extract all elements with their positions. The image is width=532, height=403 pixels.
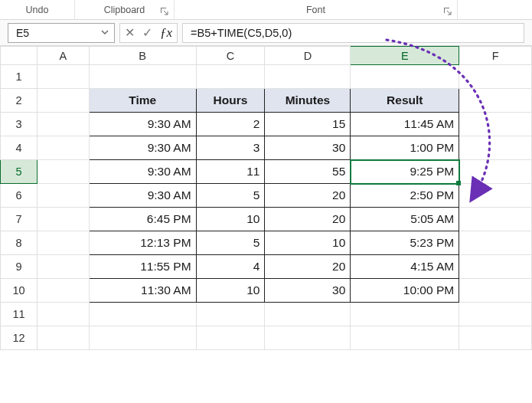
cell[interactable] [459,208,532,231]
ribbon-group-font[interactable]: Font [175,0,458,19]
col-header[interactable]: B [89,47,196,65]
cell[interactable] [265,303,351,326]
cell-result[interactable]: 4:15 AM [351,255,459,279]
cell[interactable] [459,279,532,303]
cell[interactable] [37,255,89,279]
cell-result[interactable]: 2:50 PM [351,184,459,208]
cell-hours[interactable]: 2 [196,113,265,136]
cell-hours[interactable]: 5 [196,184,265,208]
cell[interactable] [459,303,532,326]
cell-result[interactable]: 11:45 AM [351,113,459,136]
cell-time[interactable]: 9:30 AM [89,136,196,160]
fx-icon[interactable]: ƒx [160,26,172,39]
cell-minutes[interactable]: 10 [265,231,351,255]
cell-result[interactable]: 5:05 AM [351,208,459,231]
cell[interactable] [459,65,532,89]
cell-time[interactable]: 12:13 PM [89,231,196,255]
cell-result[interactable]: 10:00 PM [351,279,459,303]
row-header[interactable]: 10 [1,279,38,303]
cell[interactable] [89,326,196,350]
dialog-launcher-icon[interactable] [443,7,452,16]
cell-hours[interactable]: 3 [196,136,265,160]
cell-time[interactable]: 9:30 AM [89,184,196,208]
cell-hours[interactable]: 5 [196,231,265,255]
header-minutes[interactable]: Minutes [265,89,351,113]
cell[interactable] [89,303,196,326]
cell[interactable] [37,303,89,326]
cell[interactable] [37,113,89,136]
cell[interactable] [37,184,89,208]
cell[interactable] [459,89,532,113]
cell[interactable] [196,326,265,350]
cell[interactable] [37,231,89,255]
cell-minutes[interactable]: 30 [265,136,351,160]
cell-minutes[interactable]: 20 [265,255,351,279]
cell-hours[interactable]: 4 [196,255,265,279]
cell[interactable] [459,136,532,160]
ribbon-group-clipboard[interactable]: Clipboard [75,0,175,19]
cell-minutes[interactable]: 20 [265,208,351,231]
cell-hours[interactable]: 11 [196,160,265,184]
row-header[interactable]: 12 [1,326,38,350]
cell[interactable] [265,326,351,350]
cell[interactable] [459,113,532,136]
row-header[interactable]: 4 [1,136,38,160]
header-time[interactable]: Time [89,89,196,113]
cell-result-selected[interactable]: 9:25 PM [351,160,459,184]
col-header[interactable]: A [37,47,89,65]
cell[interactable] [37,65,89,89]
formula-input[interactable]: =B5+TIME(C5,D5,0) [182,23,524,43]
row-header[interactable]: 1 [1,65,38,89]
cell[interactable] [459,326,532,350]
cell[interactable] [459,231,532,255]
header-result[interactable]: Result [351,89,459,113]
row-header[interactable]: 8 [1,231,38,255]
cell-hours[interactable]: 10 [196,279,265,303]
cell[interactable] [459,255,532,279]
cell-minutes[interactable]: 15 [265,113,351,136]
cell-minutes[interactable]: 55 [265,160,351,184]
row-header[interactable]: 9 [1,255,38,279]
worksheet-grid[interactable]: A B C D E F 1 2 Time Hours Minutes Resul… [0,46,532,350]
cell-time[interactable]: 11:55 PM [89,255,196,279]
cell-time[interactable]: 9:30 AM [89,160,196,184]
cell-time[interactable]: 11:30 AM [89,279,196,303]
cell-result[interactable]: 1:00 PM [351,136,459,160]
cell[interactable] [351,326,459,350]
row-header[interactable]: 5 [1,160,38,184]
cell[interactable] [37,326,89,350]
row-header[interactable]: 3 [1,113,38,136]
ribbon-group-undo[interactable]: Undo [0,0,75,19]
cell[interactable] [196,303,265,326]
dialog-launcher-icon[interactable] [160,7,169,16]
cell[interactable] [37,136,89,160]
row-header[interactable]: 6 [1,184,38,208]
col-header[interactable]: D [265,47,351,65]
cell-time[interactable]: 9:30 AM [89,113,196,136]
row-header[interactable]: 7 [1,208,38,231]
cell[interactable] [265,65,351,89]
cell-result[interactable]: 5:23 PM [351,231,459,255]
row-header[interactable]: 2 [1,89,38,113]
name-box[interactable]: E5 [8,23,115,43]
cell-hours[interactable]: 10 [196,208,265,231]
cell[interactable] [459,184,532,208]
header-hours[interactable]: Hours [196,89,265,113]
row-header[interactable]: 11 [1,303,38,326]
cell-time[interactable]: 6:45 PM [89,208,196,231]
enter-icon[interactable]: ✓ [142,27,152,39]
cell[interactable] [37,89,89,113]
cell[interactable] [459,160,532,184]
chevron-down-icon[interactable] [100,27,109,39]
cell[interactable] [196,65,265,89]
col-header[interactable]: F [459,47,532,65]
cell-minutes[interactable]: 20 [265,184,351,208]
cells-table[interactable]: A B C D E F 1 2 Time Hours Minutes Resul… [0,46,532,350]
select-all-corner[interactable] [1,47,38,65]
cancel-icon[interactable]: ✕ [125,27,135,39]
cell[interactable] [37,279,89,303]
cell[interactable] [37,208,89,231]
cell[interactable] [37,160,89,184]
col-header[interactable]: E [351,47,459,65]
cell-minutes[interactable]: 30 [265,279,351,303]
